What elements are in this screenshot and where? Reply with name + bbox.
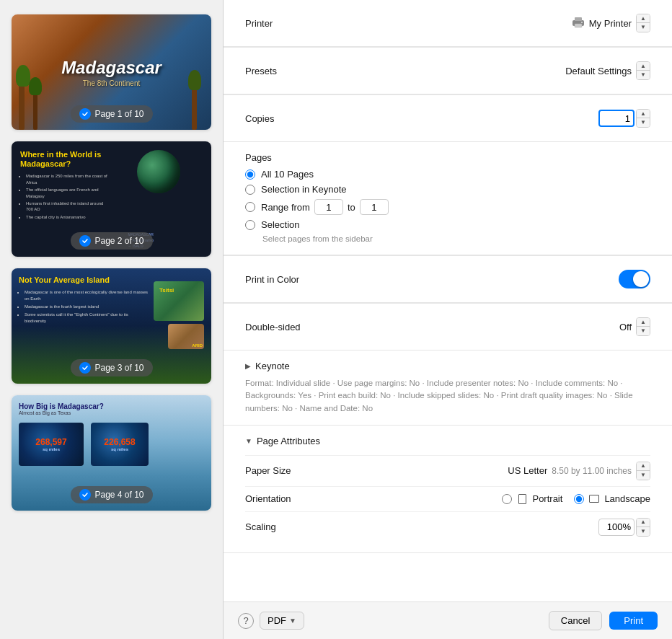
slide1-page-label: Page 1 of 10 bbox=[70, 105, 152, 123]
printer-icon bbox=[572, 17, 585, 30]
scaling-label: Scaling bbox=[245, 521, 276, 532]
copies-stepper-btns[interactable]: ▲ ▼ bbox=[636, 109, 650, 128]
pages-selection-label[interactable]: Selection bbox=[261, 219, 299, 230]
presets-down-btn[interactable]: ▼ bbox=[637, 71, 650, 79]
check-icon-4 bbox=[79, 489, 90, 501]
printer-label: Printer bbox=[245, 18, 317, 29]
paper-size-stepper[interactable]: ▲ ▼ bbox=[636, 462, 650, 480]
bottom-left: ? PDF ▼ bbox=[238, 612, 304, 630]
double-sided-row: Double-sided Off ▲ ▼ bbox=[245, 314, 650, 340]
scaling-row: Scaling ▲ ▼ bbox=[245, 511, 650, 542]
keynote-header[interactable]: ▶ Keynote bbox=[245, 361, 650, 371]
slide-item-1[interactable]: Madagascar The 8th Continent Page 1 of 1… bbox=[12, 14, 211, 130]
orientation-options: Portrait Landscape bbox=[502, 493, 650, 506]
landscape-option[interactable]: Landscape bbox=[574, 493, 650, 506]
slide2-text: Madagascar is 250 miles from the coast o… bbox=[20, 173, 109, 220]
selection-hint: Select pages from the sidebar bbox=[262, 234, 650, 243]
pdf-button[interactable]: PDF ▼ bbox=[260, 612, 304, 630]
bottom-bar: ? PDF ▼ Cancel Print bbox=[224, 601, 672, 639]
pages-all-label[interactable]: All 10 Pages bbox=[261, 169, 314, 180]
presets-value[interactable]: Default Settings ▲ ▼ bbox=[565, 61, 650, 80]
cancel-button[interactable]: Cancel bbox=[549, 611, 602, 630]
range-to-input[interactable] bbox=[360, 199, 389, 215]
presets-label: Presets bbox=[245, 66, 317, 76]
portrait-option[interactable]: Portrait bbox=[502, 493, 562, 506]
presets-section: Presets Default Settings ▲ ▼ bbox=[224, 47, 672, 94]
print-button[interactable]: Print bbox=[609, 612, 658, 630]
double-sided-up-btn[interactable]: ▲ bbox=[637, 318, 650, 327]
slide1-subtitle: The 8th Continent bbox=[83, 79, 141, 87]
printer-section: Printer My Printer ▲ ▼ bbox=[224, 0, 672, 47]
page-attr-chevron-icon: ▼ bbox=[245, 437, 252, 445]
slide1-title: Madagascar bbox=[61, 58, 162, 78]
scaling-control[interactable]: ▲ ▼ bbox=[598, 518, 650, 537]
scaling-up-btn[interactable]: ▲ bbox=[637, 519, 650, 527]
slide3-page-label: Page 3 of 10 bbox=[70, 359, 152, 376]
print-color-toggle[interactable] bbox=[619, 270, 650, 288]
printer-up-btn[interactable]: ▲ bbox=[637, 14, 650, 23]
slide-sidebar: Madagascar The 8th Continent Page 1 of 1… bbox=[0, 0, 224, 639]
range-from-input[interactable] bbox=[314, 199, 343, 215]
slide-item-4[interactable]: How Big is Madagascar? Almost as Big as … bbox=[12, 395, 211, 511]
pages-selection-keynote-radio[interactable] bbox=[245, 185, 255, 195]
portrait-label[interactable]: Portrait bbox=[532, 493, 562, 504]
paper-size-type: US Letter bbox=[508, 465, 547, 476]
portrait-icon bbox=[516, 493, 529, 506]
keynote-section: ▶ Keynote Format: Individual slide · Use… bbox=[224, 351, 672, 426]
bottom-right: Cancel Print bbox=[549, 611, 658, 630]
svg-rect-2 bbox=[575, 24, 582, 27]
svg-rect-1 bbox=[575, 17, 582, 21]
paper-size-value[interactable]: US Letter 8.50 by 11.00 inches ▲ ▼ bbox=[508, 462, 650, 480]
copies-input[interactable] bbox=[598, 110, 635, 127]
printer-stepper[interactable]: ▲ ▼ bbox=[636, 14, 650, 32]
paper-size-up-btn[interactable]: ▲ bbox=[637, 462, 650, 471]
page-attributes-header[interactable]: ▼ Page Attributes bbox=[245, 436, 650, 446]
landscape-icon bbox=[588, 493, 601, 506]
scaling-input[interactable] bbox=[598, 519, 635, 536]
double-sided-label: Double-sided bbox=[245, 322, 317, 332]
print-color-label: Print in Color bbox=[245, 274, 317, 285]
slide4-stats: 268,597 sq miles 226,658 sq miles bbox=[19, 423, 204, 466]
presets-stepper[interactable]: ▲ ▼ bbox=[636, 61, 650, 80]
pages-selection-keynote-label[interactable]: Selection in Keynote bbox=[261, 184, 347, 195]
slide4-title: How Big is Madagascar? bbox=[19, 402, 204, 410]
keynote-title: Keynote bbox=[255, 361, 290, 371]
print-color-row: Print in Color bbox=[245, 266, 650, 292]
range-row: Range from to bbox=[261, 199, 389, 215]
pages-selection-radio[interactable] bbox=[245, 220, 255, 230]
paper-size-down-btn[interactable]: ▼ bbox=[637, 471, 650, 480]
pages-all-radio[interactable] bbox=[245, 169, 255, 180]
print-options-scroll: Printer My Printer ▲ ▼ bbox=[224, 0, 672, 601]
printer-name: My Printer bbox=[589, 18, 632, 29]
copies-up-btn[interactable]: ▲ bbox=[637, 110, 650, 118]
copies-stepper[interactable]: ▲ ▼ bbox=[598, 109, 650, 128]
slide-item-3[interactable]: Not Your Average Island Madagascar is on… bbox=[12, 268, 211, 384]
landscape-label[interactable]: Landscape bbox=[604, 493, 650, 504]
pages-range-label[interactable]: Range from bbox=[261, 202, 310, 213]
pages-label: Pages bbox=[245, 152, 650, 163]
help-button[interactable]: ? bbox=[238, 613, 254, 629]
slide-item-2[interactable]: Where in the World is Madagascar? Madaga… bbox=[12, 141, 211, 257]
double-sided-value[interactable]: Off ▲ ▼ bbox=[619, 317, 650, 336]
landscape-radio[interactable] bbox=[574, 494, 584, 504]
pages-selection-row: Selection bbox=[245, 219, 650, 230]
orientation-row: Orientation Portrait Lands bbox=[245, 486, 650, 511]
pages-range-radio[interactable] bbox=[245, 202, 255, 212]
double-sided-stepper[interactable]: ▲ ▼ bbox=[636, 317, 650, 336]
double-sided-down-btn[interactable]: ▼ bbox=[637, 327, 650, 335]
copies-row: Copies ▲ ▼ bbox=[245, 105, 650, 131]
scaling-down-btn[interactable]: ▼ bbox=[637, 527, 650, 536]
slide3-title: Not Your Average Island bbox=[19, 276, 149, 285]
printer-down-btn[interactable]: ▼ bbox=[637, 23, 650, 32]
double-sided-section: Double-sided Off ▲ ▼ bbox=[224, 303, 672, 351]
slide3-text: Madagascar is one of the most ecological… bbox=[19, 289, 149, 325]
double-sided-selected: Off bbox=[619, 322, 632, 332]
scaling-stepper-btns[interactable]: ▲ ▼ bbox=[636, 518, 650, 537]
range-to-label: to bbox=[348, 202, 355, 213]
printer-value[interactable]: My Printer ▲ ▼ bbox=[572, 14, 650, 32]
pages-selection-keynote-row: Selection in Keynote bbox=[245, 184, 650, 195]
presets-up-btn[interactable]: ▲ bbox=[637, 62, 650, 71]
portrait-radio[interactable] bbox=[502, 494, 512, 504]
copies-down-btn[interactable]: ▼ bbox=[637, 118, 650, 127]
paper-size-label: Paper Size bbox=[245, 465, 291, 476]
